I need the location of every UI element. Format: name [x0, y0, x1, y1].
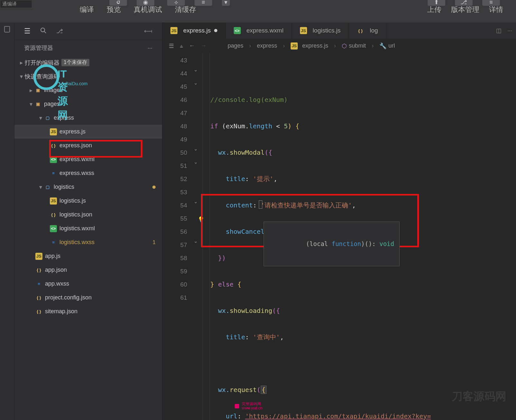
unsaved-badge: 1个未保存 — [61, 59, 89, 66]
tab-express-js[interactable]: JS express.js — [162, 23, 226, 39]
main-toolbar: 通编译 ◉ ⟡ ≡ ▾ 编译 预览 真机调试 清缓存 ⬆ ⎇ ≡ 上传 版本管理… — [0, 0, 516, 23]
folder-icon: ▣ — [34, 101, 41, 108]
more-icon[interactable]: ··· — [507, 27, 512, 34]
file-logistics-wxss[interactable]: ≡ logistics.wxss 1 — [14, 235, 162, 249]
chevron-down-icon[interactable]: ▾ — [222, 0, 230, 6]
fold-icon[interactable]: ⌄ — [194, 80, 198, 86]
js-icon: JS — [170, 27, 177, 34]
file-app-js[interactable]: JS app.js — [14, 249, 162, 263]
collapse-icon[interactable]: ⟻ — [144, 28, 152, 35]
unsaved-dot-icon — [214, 29, 217, 32]
wxml-icon: <> — [50, 225, 57, 232]
folder-pages[interactable]: ▣ pages — [14, 97, 162, 111]
folder-open-icon: ▢ — [44, 184, 51, 191]
version-button[interactable]: 版本管理 — [451, 0, 479, 19]
folder-icon: ▣ — [34, 87, 41, 94]
file-app-wxss[interactable]: ≡ app.wxss — [14, 277, 162, 291]
fold-icon[interactable]: ⌄ — [194, 146, 198, 152]
wxss-icon: ≡ — [35, 280, 42, 288]
breadcrumb-item[interactable]: express — [257, 42, 277, 49]
compile-button[interactable]: 编译 — [80, 0, 94, 19]
hover-tooltip: (local function)(): void — [264, 222, 400, 266]
json-icon: { } — [357, 27, 364, 34]
svg-line-2 — [44, 32, 46, 33]
json-icon: { } — [50, 211, 57, 218]
file-logistics-json[interactable]: { } logistics.json — [14, 208, 162, 222]
folder-images[interactable]: ▣ images — [14, 83, 162, 97]
modified-indicator — [152, 186, 156, 189]
fold-icon[interactable]: ⌄ — [194, 238, 198, 244]
svg-point-1 — [41, 28, 45, 32]
editor-tabs: JS express.js <> express.wxml JS logisti… — [162, 23, 516, 39]
more-actions-icon[interactable]: ··· — [148, 45, 152, 51]
activity-bar — [0, 23, 14, 420]
bookmark-icon[interactable]: ⟁ — [180, 42, 183, 49]
tab-logistics-partial[interactable]: { } log — [349, 23, 386, 39]
refresh-icon[interactable] — [109, 0, 127, 6]
svg-rect-0 — [5, 26, 10, 32]
fold-icon[interactable]: ⌄ — [194, 159, 198, 165]
js-icon: JS — [50, 197, 57, 205]
json-icon: { } — [35, 294, 42, 301]
search-icon[interactable] — [40, 27, 47, 35]
js-icon: JS — [291, 42, 298, 50]
json-icon: { } — [35, 267, 42, 274]
tab-express-wxml[interactable]: <> express.wxml — [226, 23, 292, 39]
stack-icon[interactable]: ≡ — [195, 0, 212, 6]
file-logistics-js[interactable]: JS logistics.js — [14, 194, 162, 208]
simulator-icon[interactable] — [4, 26, 11, 33]
folder-open-icon: ▢ — [44, 114, 51, 122]
file-project-config[interactable]: { } project.config.json — [14, 291, 162, 305]
folder-logistics[interactable]: ▢ logistics — [14, 180, 162, 194]
wxml-icon: <> — [50, 156, 57, 163]
breadcrumb: ☰ ⟁ ← → pages › express › JS express.js … — [162, 39, 516, 53]
eye-icon[interactable]: ◉ — [137, 0, 154, 6]
detail-button[interactable]: 详情 — [489, 0, 503, 19]
list-icon[interactable]: ☰ — [24, 27, 31, 35]
upload-button[interactable]: 上传 — [427, 0, 441, 19]
split-editor-icon[interactable]: ◫ — [496, 27, 502, 34]
code-content[interactable]: //console.log(exNum) if (exNum.length < … — [203, 53, 516, 420]
text-cursor — [259, 200, 262, 209]
phone-debug-icon[interactable]: ⟡ — [167, 0, 185, 6]
breadcrumb-item[interactable]: JS express.js — [291, 42, 328, 50]
problems-count: 1 — [153, 239, 156, 246]
wxss-icon: ≡ — [50, 239, 57, 246]
folder-express[interactable]: ▢ express — [14, 111, 162, 125]
project-root[interactable]: 快递查询源码 — [14, 69, 162, 83]
method-icon: ⬡ — [342, 42, 347, 50]
fold-gutter: ⌄ ⌄ ⌄ ⌄ ⌄ ⌄ — [193, 53, 203, 420]
file-app-json[interactable]: { } app.json — [14, 263, 162, 277]
breadcrumb-item[interactable]: pages — [228, 42, 243, 49]
tab-logistics-js[interactable]: JS logistics.js — [292, 23, 349, 39]
file-express-wxml[interactable]: <> express.wxml — [14, 152, 162, 166]
open-editors-section[interactable]: 打开的编辑器 1个未保存 — [14, 56, 162, 69]
fold-icon[interactable]: ⌄ — [194, 198, 198, 205]
code-editor[interactable]: 434445 464748 495051 525354 555657 58596… — [162, 53, 516, 420]
explorer-title: 资源管理器 — [24, 44, 53, 52]
nav-forward-icon[interactable]: → — [201, 42, 206, 49]
file-express-json[interactable]: { } express.json — [14, 139, 162, 152]
editor-region: JS express.js <> express.wxml JS logisti… — [162, 23, 516, 420]
wxss-icon: ≡ — [50, 170, 57, 177]
branch-icon[interactable]: ⎇ — [56, 28, 63, 35]
js-icon: JS — [50, 128, 57, 135]
lightbulb-icon[interactable]: 💡 — [198, 213, 204, 226]
fold-icon[interactable]: ⌄ — [194, 67, 198, 73]
js-icon: JS — [300, 27, 307, 34]
json-icon: { } — [50, 142, 57, 149]
sidebar: ☰ ⎇ ⟻ 资源管理器 ··· 打开的编辑器 1个未保存 快递查询源码 ▣ — [14, 23, 162, 420]
file-sitemap[interactable]: { } sitemap.json — [14, 305, 162, 318]
wxml-icon: <> — [234, 27, 241, 34]
nav-back-icon[interactable]: ← — [189, 42, 195, 49]
file-logistics-wxml[interactable]: <> logistics.wxml — [14, 222, 162, 235]
compiler-dropdown[interactable]: 通编译 — [0, 0, 32, 8]
line-gutter: 434445 464748 495051 525354 555657 58596… — [162, 53, 193, 420]
breadcrumb-item[interactable]: ⬡ submit — [342, 42, 366, 50]
outline-icon[interactable]: ☰ — [169, 42, 174, 50]
json-icon: { } — [35, 308, 42, 315]
wrench-icon: 🔧 — [379, 42, 386, 50]
file-express-wxss[interactable]: ≡ express.wxss — [14, 166, 162, 180]
breadcrumb-item[interactable]: 🔧 url — [379, 42, 395, 50]
file-express-js[interactable]: JS express.js — [14, 125, 162, 139]
